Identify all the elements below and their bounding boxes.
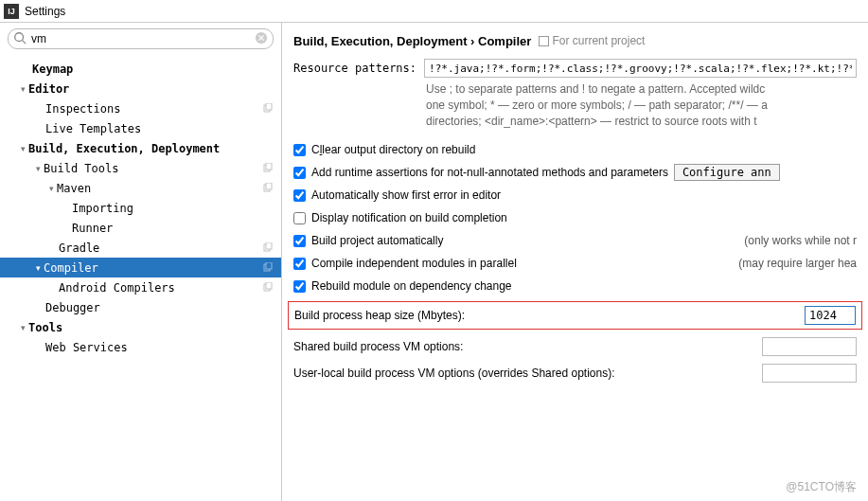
scope-label: For current project <box>539 34 645 47</box>
svg-rect-10 <box>266 183 272 189</box>
first-error-label: Automatically show first error in editor <box>311 188 501 202</box>
heap-size-input[interactable] <box>805 306 856 325</box>
tree-item-editor[interactable]: ▾Editor <box>0 79 281 98</box>
svg-rect-14 <box>266 262 272 269</box>
tree-item-web-services[interactable]: Web Services <box>0 337 281 357</box>
svg-point-0 <box>15 33 24 42</box>
resource-patterns-label: Resource patterns: <box>293 59 416 75</box>
rebuild-dep-label: Rebuild module on dependency change <box>311 279 512 293</box>
copy-icon <box>262 282 274 294</box>
resource-patterns-input[interactable] <box>424 59 857 78</box>
copy-icon <box>262 103 274 115</box>
build-auto-note: (only works while not r <box>744 234 857 247</box>
copy-icon <box>262 183 274 194</box>
first-error-checkbox[interactable] <box>293 189 306 202</box>
tree-item-runner[interactable]: Runner <box>0 218 281 238</box>
chevron-down-icon[interactable]: ▾ <box>17 144 28 153</box>
shared-vm-label: Shared build process VM options: <box>293 340 762 353</box>
tree-item-build-tools[interactable]: ▾Build Tools <box>0 158 281 178</box>
parallel-compile-checkbox[interactable] <box>293 258 306 270</box>
settings-tree: Keymap ▾Editor Inspections Live Template… <box>0 55 281 361</box>
svg-rect-8 <box>266 163 272 170</box>
rebuild-dep-checkbox[interactable] <box>293 280 306 293</box>
chevron-down-icon[interactable]: ▾ <box>17 323 28 332</box>
tree-item-bed[interactable]: ▾Build, Execution, Deployment <box>0 138 281 158</box>
build-auto-checkbox[interactable] <box>293 235 306 247</box>
settings-content: Build, Execution, Deployment › Compiler … <box>282 23 868 501</box>
heap-size-highlight: Build process heap size (Mbytes): <box>288 301 862 330</box>
window-title: Settings <box>25 5 65 18</box>
parallel-compile-note: (may require larger hea <box>738 257 857 270</box>
svg-rect-6 <box>266 103 272 110</box>
resource-patterns-help: Use ; to separate patterns and ! to nega… <box>426 81 857 129</box>
clear-output-label: Cllear output directory on rebuild <box>311 143 475 156</box>
tree-item-live-templates[interactable]: Live Templates <box>0 118 281 138</box>
user-vm-input[interactable] <box>762 364 857 383</box>
runtime-assertions-label: Add runtime assertions for not-null-anno… <box>311 166 668 179</box>
configure-annotations-button[interactable]: Configure ann <box>674 164 780 181</box>
tree-item-inspections[interactable]: Inspections <box>0 98 281 118</box>
app-logo-icon: IJ <box>4 4 19 19</box>
svg-rect-16 <box>266 282 272 289</box>
project-scope-icon <box>539 36 549 46</box>
tree-item-keymap[interactable]: Keymap <box>0 59 281 79</box>
breadcrumb-path: Build, Execution, Deployment › Compiler <box>293 34 531 48</box>
settings-sidebar: Keymap ▾Editor Inspections Live Template… <box>0 23 282 501</box>
tree-item-gradle[interactable]: Gradle <box>0 238 281 258</box>
tree-item-importing[interactable]: Importing <box>0 198 281 218</box>
copy-icon <box>262 262 274 274</box>
runtime-assertions-checkbox[interactable] <box>293 167 306 179</box>
tree-item-maven[interactable]: ▾Maven <box>0 178 281 198</box>
chevron-down-icon[interactable]: ▾ <box>32 164 44 173</box>
search-input[interactable] <box>8 28 274 49</box>
tree-item-compiler[interactable]: ▾Compiler <box>0 258 281 277</box>
watermark: @51CTO博客 <box>786 479 857 495</box>
tree-item-debugger[interactable]: Debugger <box>0 297 281 317</box>
tree-item-android-compilers[interactable]: Android Compilers <box>0 277 281 297</box>
chevron-down-icon[interactable]: ▾ <box>32 263 44 273</box>
user-vm-label: User-local build process VM options (ove… <box>293 367 762 380</box>
copy-icon <box>262 163 274 174</box>
copy-icon <box>262 242 274 254</box>
chevron-down-icon[interactable]: ▾ <box>45 184 57 193</box>
titlebar: IJ Settings <box>0 0 868 23</box>
notify-build-checkbox[interactable] <box>293 212 306 224</box>
shared-vm-input[interactable] <box>762 337 857 356</box>
heap-size-label: Build process heap size (Mbytes): <box>294 309 805 322</box>
svg-line-1 <box>23 41 27 45</box>
build-auto-label: Build project automatically <box>311 234 443 247</box>
notify-build-label: Display notification on build completion <box>311 211 507 224</box>
clear-search-icon[interactable] <box>255 31 268 45</box>
breadcrumb: Build, Execution, Deployment › Compiler … <box>293 30 857 51</box>
search-icon <box>13 31 27 45</box>
parallel-compile-label: Compile independent modules in parallel <box>311 257 517 270</box>
clear-output-checkbox[interactable] <box>293 144 306 156</box>
svg-rect-12 <box>266 242 272 249</box>
tree-item-tools[interactable]: ▾Tools <box>0 317 281 337</box>
chevron-down-icon[interactable]: ▾ <box>17 84 28 94</box>
